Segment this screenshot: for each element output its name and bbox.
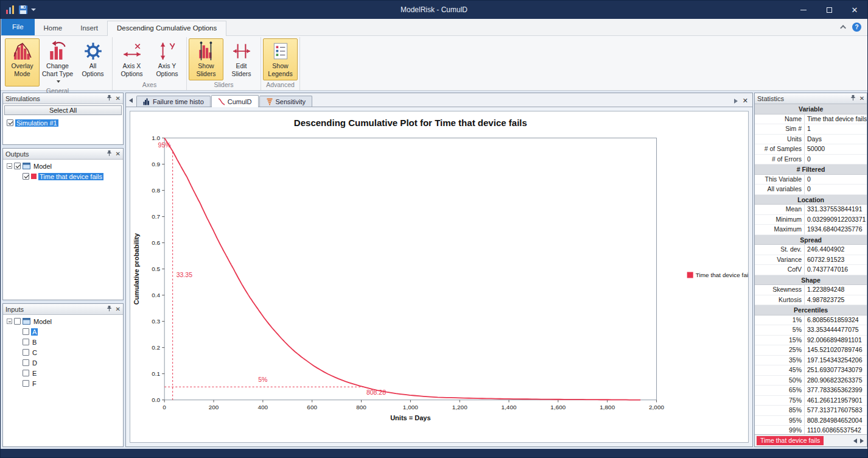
- pin-icon[interactable]: [106, 305, 113, 313]
- show-legends-label-1: Show: [272, 62, 288, 69]
- simulation-label[interactable]: Simulation #1: [15, 119, 58, 127]
- inputs-item-f[interactable]: F: [4, 378, 122, 389]
- qat-dropdown-icon[interactable]: [31, 9, 36, 11]
- inputs-model-label[interactable]: Model: [32, 318, 53, 325]
- collapse-ribbon-icon[interactable]: [840, 25, 846, 31]
- pin-icon[interactable]: [850, 94, 856, 102]
- chart-tab-strip: Failure time histo CumulD Sensitivity ✕: [126, 93, 752, 107]
- descending-cumulative-chart[interactable]: 02004006008001,0001,2001,4001,6001,8002,…: [130, 111, 748, 442]
- simulation-item[interactable]: Simulation #1: [4, 118, 122, 128]
- stats-nav-right-icon[interactable]: [860, 439, 864, 443]
- simulation-checkbox[interactable]: [7, 119, 13, 126]
- stats-row-value: 0: [805, 185, 867, 194]
- stats-row-label: 65%: [755, 386, 805, 395]
- stats-row: Skewness1.223894248: [755, 285, 867, 295]
- input-label[interactable]: F: [31, 380, 38, 387]
- show-sliders-button[interactable]: ShowSliders: [189, 38, 223, 80]
- close-tab-icon[interactable]: ✕: [743, 97, 748, 104]
- outputs-model-checkbox[interactable]: [14, 163, 21, 169]
- tab-failure-time-histogram[interactable]: Failure time histo: [136, 96, 211, 107]
- outputs-item-time-that-device-fails[interactable]: Time that device fails: [4, 171, 122, 181]
- stats-row-value: 0.032990912203371: [805, 215, 867, 225]
- stats-section-header: Variable: [755, 104, 867, 114]
- input-label[interactable]: D: [31, 359, 38, 367]
- close-button[interactable]: ✕: [842, 1, 867, 19]
- inputs-panel: Inputs ✕ Model ABCDEF: [2, 303, 124, 447]
- minimize-button[interactable]: [791, 1, 816, 19]
- status-bar: [1, 449, 867, 457]
- tab-insert[interactable]: Insert: [71, 21, 107, 35]
- stats-variable-tab[interactable]: Time that device fails: [757, 436, 824, 445]
- stats-row-label: Minimum: [755, 215, 805, 225]
- maximize-button[interactable]: [816, 1, 842, 19]
- show-legends-button[interactable]: ShowLegends: [263, 38, 298, 80]
- stats-row-value: 0.7437747016: [805, 265, 867, 275]
- stats-row: 75%461.266121957901: [755, 396, 867, 406]
- all-options-button[interactable]: AllOptions: [75, 38, 110, 86]
- inputs-item-a[interactable]: A: [4, 326, 122, 337]
- y-tick-label: 0.1: [152, 370, 160, 377]
- input-checkbox[interactable]: [23, 370, 29, 376]
- output-checkbox[interactable]: [23, 173, 29, 180]
- stats-row-value: 377.783365362399: [805, 386, 867, 395]
- save-icon[interactable]: [18, 5, 28, 15]
- input-checkbox[interactable]: [23, 380, 29, 387]
- outputs-model-row[interactable]: Model: [4, 161, 122, 171]
- close-panel-icon[interactable]: ✕: [116, 306, 121, 312]
- axis-x-label-2: Options: [121, 70, 142, 77]
- select-all-button[interactable]: Select All: [4, 105, 122, 115]
- tab-scroll-left-icon[interactable]: [129, 98, 133, 103]
- plot-area: [164, 138, 656, 400]
- inputs-item-c[interactable]: C: [4, 347, 122, 358]
- show-sliders-label-1: Show: [198, 62, 214, 69]
- close-icon: ✕: [852, 6, 858, 14]
- close-panel-icon[interactable]: ✕: [116, 96, 121, 102]
- quick-access-toolbar: [5, 5, 36, 15]
- tab-home[interactable]: Home: [35, 21, 72, 35]
- pin-icon[interactable]: [106, 94, 113, 102]
- collapse-expander-icon[interactable]: [7, 319, 12, 324]
- tab-scroll-right-icon[interactable]: [734, 99, 738, 104]
- input-label[interactable]: C: [31, 349, 38, 356]
- input-label[interactable]: A: [31, 328, 38, 336]
- inputs-item-b[interactable]: B: [4, 337, 122, 347]
- overlay-mode-button[interactable]: OverlayMode: [5, 38, 40, 86]
- outputs-panel-title: Outputs: [5, 150, 106, 158]
- input-label[interactable]: E: [31, 370, 38, 377]
- edit-sliders-button[interactable]: EditSliders: [224, 38, 259, 80]
- tab-sensitivity[interactable]: Sensitivity: [259, 96, 313, 107]
- input-checkbox[interactable]: [23, 359, 29, 366]
- axis-x-options-button[interactable]: Axis XOptions: [114, 38, 149, 80]
- simulations-panel: Simulations ✕ Select All Simulation #1: [2, 93, 124, 145]
- output-label[interactable]: Time that device fails: [38, 173, 103, 180]
- close-panel-icon[interactable]: ✕: [116, 151, 121, 157]
- input-checkbox[interactable]: [23, 328, 29, 335]
- inputs-model-row[interactable]: Model: [4, 316, 122, 326]
- outputs-model-label[interactable]: Model: [32, 163, 53, 170]
- tab-descending-cumulative-options[interactable]: Descending Cumulative Options: [107, 21, 226, 36]
- change-chart-type-button[interactable]: ChangeChart Type: [40, 38, 75, 86]
- right-sidebar: Statistics ✕ VariableNameTime that devic…: [754, 91, 867, 449]
- pin-icon[interactable]: [106, 150, 113, 158]
- input-label[interactable]: B: [31, 339, 38, 346]
- tab-label: Failure time histo: [153, 98, 204, 105]
- x-tick-label: 400: [257, 404, 268, 411]
- close-panel-icon[interactable]: ✕: [859, 96, 864, 102]
- maximize-icon: [827, 7, 832, 13]
- app-chart-icon[interactable]: [5, 5, 15, 15]
- axis-x-icon: [122, 41, 142, 62]
- inputs-item-d[interactable]: D: [4, 358, 122, 368]
- inputs-item-e[interactable]: E: [4, 368, 122, 378]
- help-icon[interactable]: ?: [852, 23, 861, 32]
- collapse-expander-icon[interactable]: [7, 163, 12, 169]
- tab-cumuld[interactable]: CumulD: [211, 95, 259, 107]
- stats-row: Maximum1934.68404235776: [755, 225, 867, 235]
- inputs-model-checkbox[interactable]: [14, 318, 21, 325]
- input-checkbox[interactable]: [23, 349, 29, 356]
- tab-file[interactable]: File: [1, 19, 35, 35]
- input-checkbox[interactable]: [23, 339, 29, 345]
- axis-y-options-button[interactable]: Axis YOptions: [150, 38, 184, 80]
- stats-nav-left-icon[interactable]: [853, 439, 857, 443]
- histogram-icon: [143, 98, 150, 105]
- stats-row: 85%577.313717607583: [755, 406, 867, 416]
